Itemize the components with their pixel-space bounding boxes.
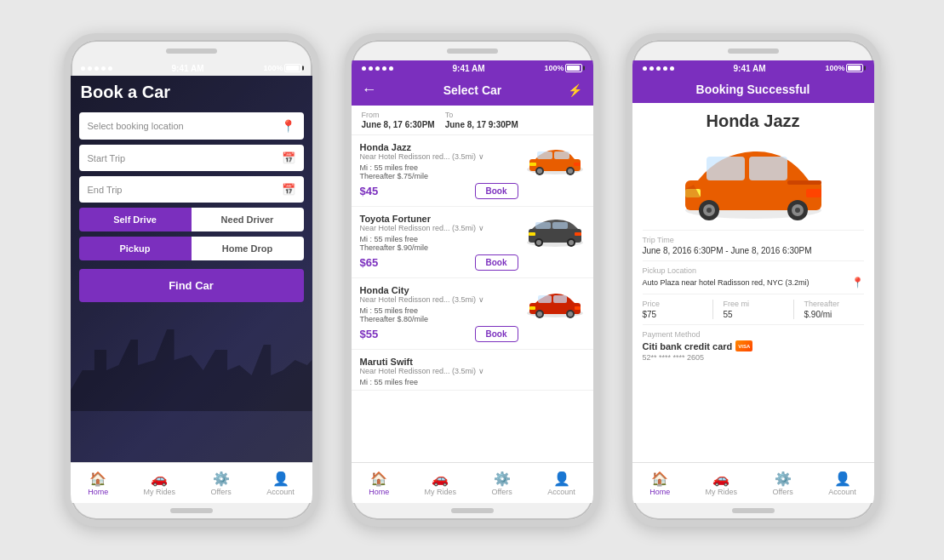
thereafter-label: Thereafter — [804, 300, 864, 308]
rides-icon: 🚗 — [151, 472, 168, 486]
car-image-1 — [525, 142, 585, 180]
signal-dots-3 — [643, 66, 674, 71]
nav-home-label: Home — [88, 488, 108, 496]
car-info-1: Honda Jazz Near Hotel Redisson red... (3… — [360, 142, 518, 199]
bottom-nav-3: 🏠 Home 🚗 My Rides ⚙️ Offers 👤 Account — [632, 462, 874, 503]
start-trip-field[interactable]: Start Trip 📅 — [79, 145, 304, 171]
svg-rect-8 — [529, 163, 536, 166]
back-button[interactable]: ← — [362, 81, 377, 99]
location-placeholder: Select booking location — [88, 121, 184, 131]
svg-rect-41 — [806, 189, 821, 197]
phone3-header: Booking Successful — [632, 76, 874, 103]
nav-account-label: Account — [266, 488, 295, 496]
time-display-2: 9:41 AM — [452, 64, 484, 73]
nav-offers-3[interactable]: ⚙️ Offers — [773, 472, 793, 496]
calendar-icon-2: 📅 — [282, 183, 295, 196]
booking-form: Select booking location 📍 Start Trip 📅 E… — [71, 112, 312, 302]
phones-container: 9:41 AM 100% Book a Car Selec — [47, 16, 898, 544]
car-name-4: Maruti Swift — [360, 357, 585, 367]
book-button-2[interactable]: Book — [475, 254, 518, 271]
svg-rect-18 — [529, 232, 535, 236]
nav-account-3[interactable]: 👤 Account — [828, 472, 856, 496]
pickup-btn[interactable]: Pickup — [79, 237, 192, 260]
car-card-maruti-swift: Maruti Swift Near Hotel Redisson red... … — [352, 350, 593, 391]
bottom-nav-2: 🏠 Home 🚗 My Rides ⚙️ Offers 👤 Account — [352, 462, 593, 503]
phone3-content: Honda Jazz — [632, 103, 874, 462]
nav-rides-2[interactable]: 🚗 My Rides — [425, 472, 457, 496]
payment-row: Payment Method Citi bank credit card VIS… — [643, 324, 864, 367]
calendar-icon: 📅 — [282, 151, 295, 164]
thereafter-col: Thereafter $.90/mi — [804, 300, 864, 319]
to-label: To — [445, 111, 518, 119]
nav-rides-label: My Rides — [144, 488, 176, 496]
find-car-button[interactable]: Find Car — [79, 269, 304, 302]
nav-home-2[interactable]: 🏠 Home — [369, 472, 389, 496]
pickup-row: Pickup Location Auto Plaza near hotel Ra… — [643, 260, 864, 294]
drive-type-toggle[interactable]: Self Drive Need Driver — [79, 208, 304, 231]
car-thereafter-1: Thereafter $.75/mile — [360, 172, 518, 180]
bottom-nav-1: 🏠 Home 🚗 My Rides ⚙️ Offers 👤 Account — [71, 462, 312, 503]
nav-home-3[interactable]: 🏠 Home — [649, 472, 670, 496]
svg-rect-3 — [554, 151, 569, 159]
payment-name: Citi bank credit card — [643, 341, 733, 351]
account-icon-3: 👤 — [834, 472, 851, 486]
car-card-honda-city: Honda City Near Hotel Redisson red... (3… — [352, 278, 593, 350]
nav-home-label-3: Home — [649, 488, 670, 496]
thereafter-value: $.90/mi — [804, 310, 864, 319]
book-button-1[interactable]: Book — [475, 183, 518, 199]
svg-rect-32 — [707, 157, 745, 180]
car-card-toyota-fortuner: Toyota Fortuner Near Hotel Redisson red.… — [352, 207, 593, 278]
trip-type-toggle[interactable]: Pickup Home Drop — [79, 237, 304, 260]
filter-button[interactable]: ⚡ — [568, 83, 582, 97]
svg-rect-13 — [552, 222, 568, 229]
phone-1: 9:41 AM 100% Book a Car Selec — [64, 33, 319, 527]
nav-rides-label-3: My Rides — [706, 488, 738, 496]
trip-time-value: June 8, 2016 6:30PM - June 8, 2016 6:30P… — [643, 246, 864, 255]
car-location-3: Near Hotel Redisson red... (3.5mi) ∨ — [360, 295, 518, 304]
nav-home-1[interactable]: 🏠 Home — [88, 472, 108, 496]
free-mi-value: 55 — [724, 310, 783, 319]
car-mileage-2: Mi : 55 miles free — [360, 235, 518, 243]
svg-rect-42 — [787, 180, 821, 185]
svg-point-5 — [537, 169, 542, 174]
start-trip-label: Start Trip — [88, 153, 126, 163]
nav-home-label-2: Home — [369, 488, 389, 496]
car-list: Honda Jazz Near Hotel Redisson red... (3… — [352, 135, 593, 462]
nav-account-2[interactable]: 👤 Account — [547, 472, 575, 496]
payment-name-row: Citi bank credit card VISA — [643, 340, 864, 351]
car-mileage-4: Mi : 55 miles free — [360, 378, 585, 386]
svg-point-7 — [568, 169, 573, 174]
need-driver-btn[interactable]: Need Driver — [192, 208, 304, 231]
car-name-1: Honda Jazz — [360, 142, 518, 152]
booking-car-name: Honda Jazz — [632, 103, 874, 134]
phone1-content: Book a Car Select booking location 📍 Sta… — [71, 76, 312, 462]
nav-rides-1[interactable]: 🚗 My Rides — [144, 472, 176, 496]
book-button-3[interactable]: Book — [475, 326, 518, 342]
car-price-2: $65 — [360, 256, 379, 269]
nav-offers-label-3: Offers — [773, 488, 793, 496]
nav-offers-1[interactable]: ⚙️ Offers — [211, 472, 232, 496]
car-price-row-1: $45 Book — [360, 183, 518, 199]
nav-offers-2[interactable]: ⚙️ Offers — [492, 472, 512, 496]
account-icon-2: 👤 — [553, 472, 570, 486]
location-field[interactable]: Select booking location 📍 — [79, 112, 304, 140]
nav-account-1[interactable]: 👤 Account — [266, 472, 295, 496]
svg-point-27 — [568, 311, 573, 317]
phone2-header: ← Select Car ⚡ — [352, 76, 593, 106]
car-location-4: Near Hotel Redisson red... (3.5mi) ∨ — [360, 367, 585, 375]
nav-offers-label: Offers — [211, 488, 232, 496]
payment-label: Payment Method — [643, 330, 864, 339]
car-name-2: Toyota Fortuner — [360, 214, 518, 224]
car-name-3: Honda City — [360, 285, 518, 295]
end-trip-label: End Trip — [88, 185, 123, 195]
home-drop-btn[interactable]: Home Drop — [192, 237, 304, 260]
rides-icon-3: 🚗 — [712, 472, 729, 486]
car-location-1: Near Hotel Redisson red... (3.5mi) ∨ — [360, 152, 518, 161]
end-trip-field[interactable]: End Trip 📅 — [79, 176, 304, 203]
trip-to: June 8, 2016 6:30PM — [730, 246, 811, 255]
pickup-label: Pickup Location — [643, 266, 864, 275]
offers-icon-3: ⚙️ — [775, 472, 792, 486]
self-drive-btn[interactable]: Self Drive — [79, 208, 192, 231]
home-icon-3: 🏠 — [651, 472, 668, 486]
nav-rides-3[interactable]: 🚗 My Rides — [706, 472, 738, 496]
